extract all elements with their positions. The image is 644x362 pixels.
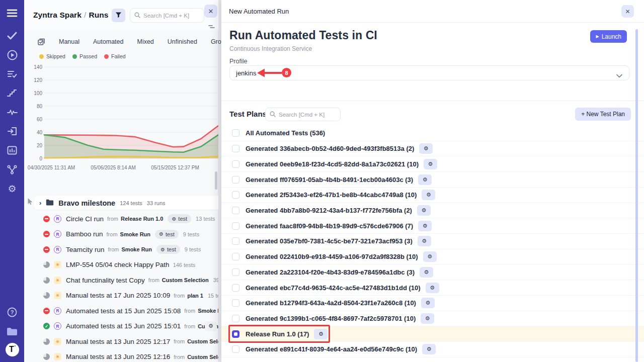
plan-settings-button[interactable]: ⚙: [424, 159, 437, 169]
plan-checkbox[interactable]: [232, 345, 239, 353]
plan-settings-button[interactable]: ⚙: [314, 329, 328, 339]
run-name[interactable]: Automated tests at 15 Jun 2025 15:08: [66, 307, 181, 315]
plan-checkbox[interactable]: [232, 268, 239, 276]
run-row[interactable]: RCircle CI runfromRelease Run 1.0⚙test13…: [24, 211, 218, 227]
plan-settings-button[interactable]: ⚙: [417, 205, 431, 216]
run-source-plan[interactable]: Custom Selection: [187, 354, 218, 360]
profile-select[interactable]: jenkins: [229, 65, 629, 80]
plan-settings-button[interactable]: ⚙: [423, 251, 437, 262]
steps-icon[interactable]: [0, 83, 24, 103]
run-source-plan[interactable]: Smoke Run: [198, 308, 218, 314]
plan-checkbox[interactable]: [232, 160, 239, 168]
plan-settings-button[interactable]: ⚙: [419, 143, 433, 154]
test-plan-row[interactable]: Generated b12794f3-643a-4a2d-8504-23f1e7…: [221, 296, 644, 311]
plan-settings-button[interactable]: ⚙: [426, 283, 439, 293]
run-name[interactable]: Chat functinality test Copy: [66, 277, 145, 284]
run-name[interactable]: Manual tests at 17 Jun 2025 10:09: [66, 292, 170, 299]
close-drawer-button[interactable]: ✕: [621, 5, 634, 18]
run-source-plan[interactable]: Smoke Run: [122, 246, 152, 252]
plan-checkbox[interactable]: [232, 129, 239, 137]
test-plan-row[interactable]: Release Run 1.0 (17)⚙: [221, 326, 644, 342]
plan-settings-button[interactable]: ⚙: [418, 174, 432, 185]
runs-search-input[interactable]: [143, 13, 194, 19]
folder-icon[interactable]: [0, 322, 24, 341]
plan-checkbox[interactable]: [232, 315, 239, 322]
plan-checkbox[interactable]: [232, 253, 239, 260]
test-plan-row[interactable]: Generated ff076591-05ab-4b4b-8491-1ecb00…: [221, 172, 644, 188]
drawer-scrollbar[interactable]: [635, 29, 638, 362]
plan-checkbox[interactable]: [232, 222, 239, 230]
run-source-plan[interactable]: Release Run 1.0: [121, 216, 163, 222]
plan-settings-button[interactable]: ⚙: [420, 267, 433, 278]
branch-icon[interactable]: [0, 160, 24, 179]
run-name[interactable]: Manual tests at 13 Jun 2025 12:16: [66, 353, 170, 360]
runs-search[interactable]: [130, 8, 204, 23]
test-plan-row[interactable]: All Automated Tests (536): [221, 126, 644, 141]
activity-icon[interactable]: [0, 103, 24, 122]
report-icon[interactable]: [0, 141, 24, 160]
plan-checkbox[interactable]: [232, 330, 239, 338]
test-plan-row[interactable]: Generated 2f5343e3-ef26-47b1-be8b-44cabc…: [221, 188, 644, 203]
run-source-plan[interactable]: Custom Selection: [162, 277, 209, 283]
plan-settings-button[interactable]: ⚙: [418, 221, 432, 231]
run-settings-button[interactable]: ⚙: [205, 321, 217, 331]
plan-checkbox[interactable]: [232, 207, 239, 214]
plan-checkbox[interactable]: [232, 176, 239, 184]
list-check-icon[interactable]: [0, 64, 24, 83]
run-source-plan[interactable]: Smoke Run: [120, 231, 151, 237]
run-row[interactable]: RTeamcity runfromSmoke Run⚙test9 tests: [24, 242, 218, 257]
run-row[interactable]: ✳Manual tests at 13 Jun 2025 12:16fromCu…: [24, 349, 218, 362]
plan-settings-button[interactable]: ⚙: [421, 298, 435, 308]
play-circle-icon[interactable]: [0, 45, 24, 64]
help-icon[interactable]: ?: [0, 303, 24, 322]
launch-button[interactable]: ▶ Launch: [590, 30, 627, 43]
chevron-right-icon[interactable]: ›: [39, 199, 41, 207]
run-source-plan[interactable]: Custom Selection: [187, 338, 218, 344]
run-name[interactable]: Teamcity run: [66, 246, 105, 253]
run-row[interactable]: ✳Manual tests at 17 Jun 2025 10:09frompl…: [24, 288, 218, 304]
test-plan-row[interactable]: Generated 2a223104-f20e-4b43-83d9-e78459…: [221, 264, 644, 280]
run-row[interactable]: RAutomated tests at 15 Jun 2025 15:01fro…: [24, 319, 218, 334]
new-test-plan-button[interactable]: + New Test Plan: [575, 108, 631, 121]
run-name[interactable]: LMP-554 05/04 check Happy Path: [66, 261, 170, 268]
gear-icon[interactable]: ⚙: [0, 179, 24, 198]
test-plan-row[interactable]: Generated 9c1399b1-c065-4f84-8697-7af2c5…: [221, 311, 644, 327]
plan-checkbox[interactable]: [232, 299, 239, 307]
run-name[interactable]: Manual tests at 13 Jun 2025 12:17: [66, 338, 170, 345]
run-row[interactable]: ✳Manual tests at 13 Jun 2025 12:17fromCu…: [24, 334, 218, 349]
plan-settings-button[interactable]: ⚙: [422, 344, 436, 354]
run-row[interactable]: RAutomated tests at 15 Jun 2025 15:08fro…: [24, 303, 218, 319]
milestone-folder-row[interactable]: › Bravo milestone 124 tests 33 runs: [34, 196, 218, 210]
plan-checkbox[interactable]: [232, 191, 239, 199]
run-name[interactable]: Circle CI run: [66, 215, 104, 223]
test-plan-row[interactable]: Generated 022410b9-e918-4459-a106-97d2a9…: [221, 249, 644, 265]
test-plan-row[interactable]: Generated faac8f09-94b8-4b19-89d9-c576cd…: [221, 218, 644, 234]
logo[interactable]: T': [0, 341, 24, 358]
test-plan-row[interactable]: Generated e891c41f-8039-4e64-aa24-e0d56e…: [221, 342, 644, 357]
test-plans-search[interactable]: [265, 108, 341, 121]
check-icon[interactable]: [0, 26, 24, 45]
run-source-plan[interactable]: plan 1: [187, 293, 203, 299]
filter-button[interactable]: [112, 9, 125, 22]
tab-mixed[interactable]: Mixed: [137, 38, 153, 45]
select-runs-icon[interactable]: [37, 38, 45, 46]
tab-unfinished[interactable]: Unfinished: [168, 38, 197, 45]
test-plan-row[interactable]: Generated 4bb7a8b0-9212-43a4-b137-f772fe…: [221, 203, 644, 219]
plan-settings-button[interactable]: ⚙: [421, 313, 434, 324]
run-name[interactable]: Bamboo run: [66, 230, 103, 238]
plan-settings-button[interactable]: ⚙: [418, 236, 431, 246]
sign-in-icon[interactable]: [0, 122, 24, 141]
breadcrumb-project[interactable]: Zyntra Spark: [33, 11, 82, 19]
run-row[interactable]: ✳Chat functinality test CopyfromCustom S…: [24, 273, 218, 288]
tab-automated[interactable]: Automated: [93, 38, 123, 45]
plan-checkbox[interactable]: [232, 284, 239, 292]
menu-icon[interactable]: [0, 0, 24, 26]
plan-checkbox[interactable]: [232, 237, 239, 245]
run-name[interactable]: Automated tests at 15 Jun 2025 15:01: [66, 322, 181, 330]
plan-settings-button[interactable]: ⚙: [422, 190, 435, 200]
run-row[interactable]: RBamboo runfromSmoke Run⚙test9 tests: [24, 227, 218, 242]
run-row[interactable]: ✳LMP-554 05/04 check Happy Path146 tests: [24, 257, 218, 273]
test-plan-row[interactable]: Generated 035e7bf0-7381-4c5c-be77-321e73…: [221, 234, 644, 249]
test-plan-row[interactable]: Generated 336abecb-0b52-4d60-9ded-493f3f…: [221, 141, 644, 157]
runs-panel-scrollbar[interactable]: [215, 171, 217, 190]
